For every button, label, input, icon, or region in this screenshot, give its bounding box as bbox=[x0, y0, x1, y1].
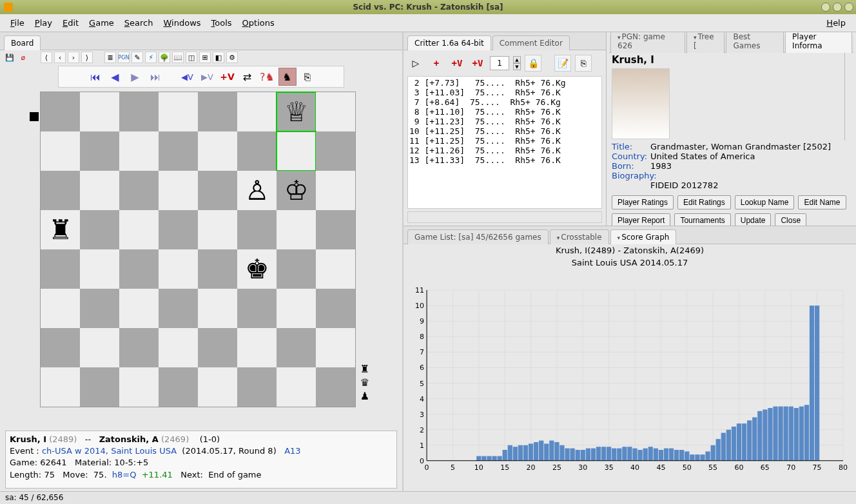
square-f2[interactable] bbox=[237, 328, 277, 367]
engine-plusv-icon[interactable]: +V bbox=[449, 55, 465, 72]
square-h6[interactable] bbox=[316, 171, 355, 210]
menu-options[interactable]: Options bbox=[237, 17, 280, 29]
spinner-buttons[interactable]: ▲▼ bbox=[513, 56, 521, 70]
tool-analyze-icon[interactable]: ⚡ bbox=[145, 52, 157, 63]
nav-engine-move-icon[interactable]: ♞ bbox=[278, 68, 297, 86]
nav-var-back-icon[interactable]: ◀V bbox=[179, 68, 197, 86]
square-b3[interactable] bbox=[80, 289, 119, 328]
save-icon[interactable]: 💾 bbox=[4, 52, 15, 63]
player-scrollbar[interactable] bbox=[844, 53, 853, 141]
tool-prev-game-icon[interactable]: ⟨ bbox=[41, 52, 52, 63]
chess-board[interactable]: ♕♙♔♜♚ bbox=[40, 92, 356, 407]
nav-annotate-icon[interactable]: ?♞ bbox=[258, 68, 277, 86]
player-btn-edit-ratings[interactable]: Edit Ratings bbox=[677, 195, 731, 209]
tab-pgn[interactable]: ▾PGN: game 626 bbox=[610, 32, 685, 53]
player-btn-player-report[interactable]: Player Report bbox=[612, 213, 670, 226]
engine-multipv-spinner[interactable]: 1 bbox=[490, 56, 509, 70]
minimize-button[interactable] bbox=[821, 3, 830, 12]
square-b5[interactable] bbox=[80, 210, 119, 249]
square-e6[interactable] bbox=[198, 171, 237, 210]
menu-windows[interactable]: Windows bbox=[159, 17, 206, 29]
square-d8[interactable] bbox=[159, 92, 198, 131]
tool-book-icon[interactable]: 📖 bbox=[172, 52, 184, 63]
square-f6[interactable]: ♙ bbox=[237, 171, 277, 210]
tool-next-game-icon[interactable]: ⟩ bbox=[81, 52, 93, 63]
menu-play[interactable]: Play bbox=[30, 17, 57, 29]
square-g5[interactable] bbox=[277, 210, 316, 249]
player-btn-update[interactable]: Update bbox=[735, 213, 772, 226]
nav-copy-icon[interactable]: ⎘ bbox=[298, 68, 316, 86]
square-c5[interactable] bbox=[119, 210, 159, 249]
square-h7[interactable] bbox=[316, 131, 355, 171]
tool-comment-icon[interactable]: ✎ bbox=[131, 52, 143, 63]
tab-best-games[interactable]: Best Games bbox=[726, 32, 784, 53]
square-d1[interactable] bbox=[159, 367, 198, 407]
square-g4[interactable] bbox=[277, 249, 316, 289]
player-btn-edit-name[interactable]: Edit Name bbox=[798, 195, 846, 209]
nav-start-icon[interactable]: ⏮ bbox=[86, 68, 104, 86]
nav-fwd-icon[interactable]: ▶ bbox=[126, 68, 144, 86]
square-b1[interactable] bbox=[80, 367, 119, 407]
square-e5[interactable] bbox=[198, 210, 237, 249]
engine-copy-icon[interactable]: ⎘ bbox=[575, 55, 592, 72]
square-g1[interactable] bbox=[277, 367, 316, 407]
square-d2[interactable] bbox=[159, 328, 198, 367]
square-g6[interactable]: ♔ bbox=[277, 171, 316, 210]
menu-file[interactable]: File bbox=[5, 17, 30, 29]
tab-board[interactable]: Board bbox=[4, 35, 41, 50]
tool-graph-icon[interactable]: ◧ bbox=[213, 52, 224, 63]
square-e4[interactable] bbox=[198, 249, 237, 289]
square-d7[interactable] bbox=[159, 131, 198, 171]
square-b7[interactable] bbox=[80, 131, 119, 171]
square-c7[interactable] bbox=[119, 131, 159, 171]
square-a2[interactable] bbox=[41, 328, 80, 367]
nav-add-var-icon[interactable]: +V bbox=[219, 68, 237, 86]
square-f7[interactable] bbox=[237, 131, 277, 171]
square-c4[interactable] bbox=[119, 249, 159, 289]
square-g3[interactable] bbox=[277, 289, 316, 328]
tool-engine-icon[interactable]: ⚙ bbox=[226, 52, 238, 63]
tab-engine[interactable]: Critter 1.6a 64-bit bbox=[407, 35, 491, 50]
engine-output[interactable]: 2 [+7.73] 75.... Rh5+ 76.Kg 3 [+11.03] 7… bbox=[407, 76, 602, 209]
nav-var-fwd-icon[interactable]: ▶V bbox=[199, 68, 217, 86]
maximize-button[interactable] bbox=[833, 3, 842, 12]
square-d5[interactable] bbox=[159, 210, 198, 249]
tab-tree[interactable]: ▾Tree [ bbox=[686, 32, 725, 53]
player-btn-player-ratings[interactable]: Player Ratings bbox=[612, 195, 674, 209]
square-f8[interactable] bbox=[237, 92, 277, 131]
square-h2[interactable] bbox=[316, 328, 355, 367]
square-c1[interactable] bbox=[119, 367, 159, 407]
player-btn-tournaments[interactable]: Tournaments bbox=[674, 213, 730, 226]
square-f1[interactable] bbox=[237, 367, 277, 407]
square-a1[interactable] bbox=[41, 367, 80, 407]
tool-tree-icon[interactable]: 🌳 bbox=[159, 52, 170, 63]
square-e7[interactable] bbox=[198, 131, 237, 171]
square-a4[interactable] bbox=[41, 249, 80, 289]
square-a3[interactable] bbox=[41, 289, 80, 328]
tool-pgn-icon[interactable]: PGN bbox=[118, 52, 130, 63]
player-btn-lookup-name[interactable]: Lookup Name bbox=[735, 195, 795, 209]
square-h8[interactable] bbox=[316, 92, 355, 131]
tab-game-list[interactable]: Game List: [sa] 45/62656 games bbox=[407, 229, 549, 244]
player-btn-close[interactable]: Close bbox=[775, 213, 806, 226]
square-a7[interactable] bbox=[41, 131, 80, 171]
square-g8[interactable]: ♕ bbox=[277, 92, 316, 131]
menu-edit[interactable]: Edit bbox=[57, 17, 84, 29]
tool-list-icon[interactable]: ≣ bbox=[104, 52, 116, 63]
nav-back-icon[interactable]: ◀ bbox=[106, 68, 124, 86]
tool-back-icon[interactable]: ‹ bbox=[54, 52, 66, 63]
menu-search[interactable]: Search bbox=[119, 17, 159, 29]
square-e8[interactable] bbox=[198, 92, 237, 131]
square-e2[interactable] bbox=[198, 328, 237, 367]
menu-tools[interactable]: Tools bbox=[206, 17, 237, 29]
engine-scrollbar[interactable] bbox=[407, 211, 602, 223]
square-f5[interactable] bbox=[237, 210, 277, 249]
square-f3[interactable] bbox=[237, 289, 277, 328]
square-g7[interactable] bbox=[277, 131, 316, 171]
square-h4[interactable] bbox=[316, 249, 355, 289]
nav-exchange-icon[interactable]: ⇄ bbox=[238, 68, 257, 86]
square-a8[interactable] bbox=[41, 92, 80, 131]
square-c8[interactable] bbox=[119, 92, 159, 131]
square-h3[interactable] bbox=[316, 289, 355, 328]
eco-link[interactable]: A13 bbox=[284, 446, 300, 456]
